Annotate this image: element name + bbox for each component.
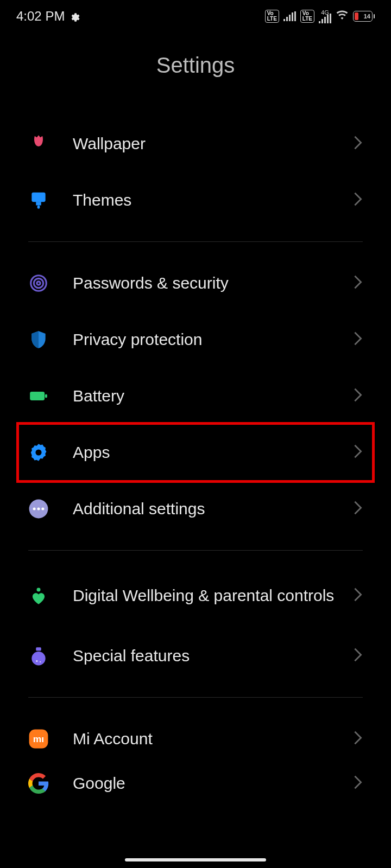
divider — [28, 241, 363, 242]
settings-item-battery[interactable]: Battery — [0, 368, 391, 424]
svg-point-5 — [37, 282, 40, 285]
wifi-icon — [336, 8, 349, 24]
battery-icon — [28, 386, 49, 406]
gear-icon — [69, 11, 80, 22]
signal-icon-2 — [319, 16, 331, 23]
settings-item-privacy-protection[interactable]: Privacy protection — [0, 311, 391, 368]
status-left: 4:02 PM — [16, 9, 80, 24]
svg-rect-6 — [30, 392, 45, 400]
row-label: Privacy protection — [73, 329, 353, 350]
dots-icon — [28, 499, 49, 519]
settings-item-passwords-security[interactable]: Passwords & security — [0, 255, 391, 311]
signal-icon — [283, 11, 296, 21]
row-label: Additional settings — [73, 499, 353, 519]
page-title: Settings — [0, 53, 391, 78]
settings-item-apps[interactable]: Apps — [0, 424, 391, 481]
battery-icon: 14 — [353, 11, 375, 22]
settings-item-digital-wellbeing[interactable]: Digital Wellbeing & parental controls — [0, 564, 391, 628]
settings-item-themes[interactable]: Themes — [0, 172, 391, 228]
row-label: Wallpaper — [73, 133, 353, 154]
row-label: Themes — [73, 190, 353, 210]
wellbeing-icon — [28, 585, 49, 606]
chevron-right-icon — [353, 192, 363, 209]
svg-point-12 — [41, 507, 44, 510]
status-right: VoLTE VoLTE 4G 14 — [265, 8, 375, 24]
chevron-right-icon — [353, 730, 363, 748]
row-label: Apps — [73, 442, 353, 463]
svg-rect-7 — [45, 394, 47, 398]
settings-item-special-features[interactable]: Special features — [0, 628, 391, 684]
svg-rect-14 — [36, 647, 41, 650]
row-label: Battery — [73, 386, 353, 406]
svg-point-15 — [31, 652, 45, 665]
volte-icon: VoLTE — [265, 10, 279, 23]
chevron-right-icon — [353, 500, 363, 518]
svg-point-4 — [34, 278, 43, 288]
svg-point-8 — [35, 449, 41, 455]
home-indicator[interactable] — [125, 858, 266, 861]
row-label: Google — [73, 773, 353, 794]
settings-list: Wallpaper Themes Passwords & security Pr… — [0, 116, 391, 800]
chevron-right-icon — [353, 387, 363, 405]
settings-item-additional-settings[interactable]: Additional settings — [0, 481, 391, 537]
chevron-right-icon — [353, 444, 363, 461]
svg-rect-2 — [37, 206, 40, 209]
divider — [28, 550, 363, 551]
svg-point-10 — [33, 507, 36, 510]
chevron-right-icon — [353, 275, 363, 292]
settings-item-mi-account[interactable]: mı Mi Account — [0, 711, 391, 767]
tulip-icon — [28, 133, 49, 154]
row-label: Special features — [73, 646, 353, 666]
row-label: Digital Wellbeing & parental controls — [73, 585, 353, 606]
google-icon — [28, 773, 49, 794]
row-label: Passwords & security — [73, 273, 353, 293]
svg-point-13 — [37, 588, 41, 591]
svg-text:mı: mı — [33, 733, 44, 744]
chevron-right-icon — [353, 331, 363, 348]
svg-point-11 — [37, 507, 40, 510]
mi-icon: mı — [28, 729, 49, 749]
svg-rect-0 — [31, 193, 45, 202]
row-label: Mi Account — [73, 729, 353, 749]
settings-item-google[interactable]: Google — [0, 767, 391, 800]
gear-icon — [28, 442, 49, 463]
volte-icon-2: VoLTE — [300, 10, 314, 23]
flask-icon — [28, 646, 49, 666]
svg-point-16 — [36, 660, 37, 662]
fingerprint-icon — [28, 273, 49, 293]
chevron-right-icon — [353, 775, 363, 792]
divider — [28, 697, 363, 698]
battery-level: 14 — [364, 13, 370, 20]
svg-rect-1 — [36, 202, 41, 205]
status-bar[interactable]: 4:02 PM VoLTE VoLTE 4G 14 — [0, 0, 391, 33]
svg-point-17 — [40, 661, 41, 662]
settings-item-wallpaper[interactable]: Wallpaper — [0, 116, 391, 172]
shield-icon — [28, 329, 49, 350]
chevron-right-icon — [353, 647, 363, 665]
clock: 4:02 PM — [16, 9, 65, 24]
chevron-right-icon — [353, 587, 363, 604]
paintbrush-icon — [28, 190, 49, 210]
chevron-right-icon — [353, 135, 363, 152]
